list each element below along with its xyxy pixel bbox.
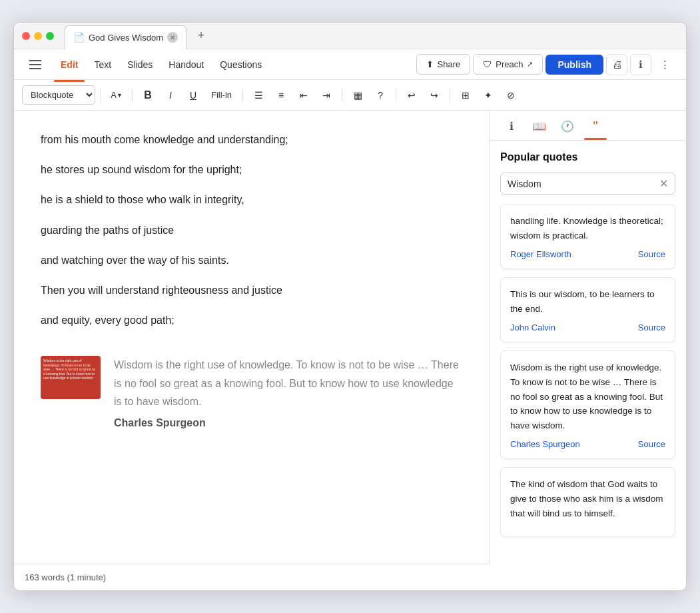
bold-button[interactable]: B: [138, 85, 158, 105]
main-area: from his mouth come knowledge and unders…: [14, 111, 686, 590]
editor-line-4: guarding the paths of justice: [41, 221, 462, 239]
menu-slides[interactable]: Slides: [121, 55, 159, 74]
editor-line-2: he stores up sound wisdom for the uprigh…: [41, 161, 462, 179]
tab-doc-icon: 📄: [73, 32, 85, 43]
app-window: 📄 God Gives Wisdom ✕ + Edit Text Slides …: [13, 22, 687, 591]
indent-increase-button[interactable]: ⇥: [316, 85, 336, 105]
preach-icon: 🛡: [483, 59, 492, 69]
editor-line-1: from his mouth come knowledge and unders…: [41, 131, 462, 149]
quote-source-3[interactable]: Source: [638, 439, 665, 449]
quote-footer-2: John Calvin Source: [510, 322, 665, 332]
info-button[interactable]: ℹ: [630, 54, 651, 75]
print-button[interactable]: 🖨: [606, 54, 627, 75]
close-button[interactable]: [22, 32, 30, 40]
active-tab[interactable]: 📄 God Gives Wisdom ✕: [65, 25, 186, 49]
block-type-select[interactable]: Blockquote: [22, 85, 95, 105]
search-input[interactable]: [508, 179, 654, 189]
editor-line-6: Then you will understand righteousness a…: [41, 281, 462, 299]
sidebar: ℹ 📖 🕐 " Popular quotes ✕ handling life. …: [490, 111, 686, 590]
window-controls: [22, 32, 54, 40]
toolbar-divider-4: [342, 89, 342, 102]
more-icon: ⋮: [660, 59, 670, 71]
editor-area[interactable]: from his mouth come knowledge and unders…: [14, 111, 490, 564]
blockquote-section: Wisdom is the right use of knowledge. To…: [41, 356, 462, 429]
quote-source-1[interactable]: Source: [638, 249, 665, 259]
sidebar-tab-history[interactable]: 🕐: [556, 117, 579, 140]
menu-questions[interactable]: Questions: [213, 55, 268, 74]
toolbar-divider-1: [101, 89, 101, 102]
search-bar: ✕: [500, 173, 675, 195]
quote-author-3[interactable]: Charles Spurgeon: [510, 439, 580, 449]
share-icon: ⬆: [426, 59, 434, 69]
info-icon: ℹ: [639, 59, 643, 71]
menu-handout[interactable]: Handout: [162, 55, 210, 74]
preach-label: Preach: [496, 59, 523, 69]
publish-label: Publish: [557, 59, 591, 70]
word-count: 163 words (1 minute): [14, 564, 490, 590]
quote-text-2: This is our wisdom, to be learners to th…: [510, 287, 665, 316]
quote-text-3: Wisdom is the right use of knowledge. To…: [510, 360, 665, 432]
menu-bar: Edit Text Slides Handout Questions ⬆ Sha…: [14, 49, 686, 80]
quote-card-1: handling life. Knowledge is theoretical;…: [500, 204, 675, 269]
numbered-list-button[interactable]: ≡: [271, 85, 291, 105]
title-bar: 📄 God Gives Wisdom ✕ +: [14, 23, 686, 49]
font-size-button[interactable]: A▼: [107, 85, 127, 105]
quote-card-4: The kind of wisdom that God waits to giv…: [500, 467, 675, 537]
redo-button[interactable]: ↪: [424, 85, 444, 105]
search-clear-icon[interactable]: ✕: [659, 177, 668, 190]
print-icon: 🖨: [612, 59, 622, 70]
toolbar-divider-6: [450, 89, 450, 102]
quote-author-1[interactable]: Roger Ellsworth: [510, 249, 571, 259]
new-tab-button[interactable]: +: [192, 27, 210, 45]
share-button[interactable]: ⬆ Share: [416, 54, 471, 75]
undo-button[interactable]: ↩: [402, 85, 422, 105]
toolbar-divider-2: [132, 89, 133, 102]
blockquote-content: Wisdom is the right use of knowledge. To…: [114, 356, 462, 429]
tab-title: God Gives Wisdom: [89, 33, 163, 43]
preach-button[interactable]: 🛡 Preach ↗: [473, 54, 543, 75]
share-label: Share: [438, 59, 461, 69]
bullet-list-button[interactable]: ☰: [248, 85, 268, 105]
formatting-toolbar: Blockquote A▼ B I U Fill-in ☰ ≡ ⇤ ⇥ ▦ ? …: [14, 80, 686, 111]
sidebar-section-title: Popular quotes: [500, 151, 675, 163]
sidebar-content: Popular quotes ✕ handling life. Knowledg…: [490, 141, 686, 590]
editor-line-3: he is a shield to those who walk in inte…: [41, 191, 462, 209]
help-button[interactable]: ?: [370, 85, 390, 105]
menu-text[interactable]: Text: [87, 55, 118, 74]
star-button[interactable]: ✦: [478, 85, 498, 105]
sidebar-tab-book[interactable]: 📖: [528, 117, 551, 140]
hamburger-menu[interactable]: [25, 54, 46, 75]
quote-author-2[interactable]: John Calvin: [510, 322, 555, 332]
maximize-button[interactable]: [46, 32, 54, 40]
quote-text-1: handling life. Knowledge is theoretical;…: [510, 214, 665, 243]
sidebar-tabs: ℹ 📖 🕐 ": [490, 111, 686, 141]
blockquote-author: Charles Spurgeon: [114, 417, 462, 429]
toolbar-divider-3: [242, 89, 243, 102]
quote-thumbnail: Wisdom is the right use of knowledge. To…: [41, 356, 101, 399]
slides-button[interactable]: ⊞: [456, 85, 476, 105]
more-button[interactable]: ⋮: [654, 54, 675, 75]
minimize-button[interactable]: [34, 32, 42, 40]
indent-decrease-button[interactable]: ⇤: [294, 85, 314, 105]
editor-line-5: and watching over the way of his saints.: [41, 251, 462, 269]
sidebar-tab-quotes[interactable]: ": [584, 117, 607, 140]
menu-edit[interactable]: Edit: [54, 55, 85, 74]
quote-card-3: Wisdom is the right use of knowledge. To…: [500, 350, 675, 459]
tab-close-button[interactable]: ✕: [167, 32, 178, 43]
underline-button[interactable]: U: [183, 85, 203, 105]
publish-button[interactable]: Publish: [545, 55, 603, 75]
preach-external-icon: ↗: [527, 60, 533, 69]
quote-source-2[interactable]: Source: [638, 322, 665, 332]
quote-footer-1: Roger Ellsworth Source: [510, 249, 665, 259]
table-button[interactable]: ▦: [348, 85, 368, 105]
fillin-button[interactable]: Fill-in: [206, 87, 237, 103]
toolbar-divider-5: [396, 89, 396, 102]
sidebar-tab-info[interactable]: ℹ: [500, 117, 523, 140]
blockquote-quote-text: Wisdom is the right use of knowledge. To…: [114, 356, 462, 410]
quote-text-4: The kind of wisdom that God waits to giv…: [510, 477, 665, 520]
italic-button[interactable]: I: [161, 85, 180, 105]
editor-line-7: and equity, every good path;: [41, 311, 462, 329]
strikethrough-button[interactable]: ⊘: [501, 85, 521, 105]
quote-footer-3: Charles Spurgeon Source: [510, 439, 665, 449]
quote-card-2: This is our wisdom, to be learners to th…: [500, 277, 675, 342]
